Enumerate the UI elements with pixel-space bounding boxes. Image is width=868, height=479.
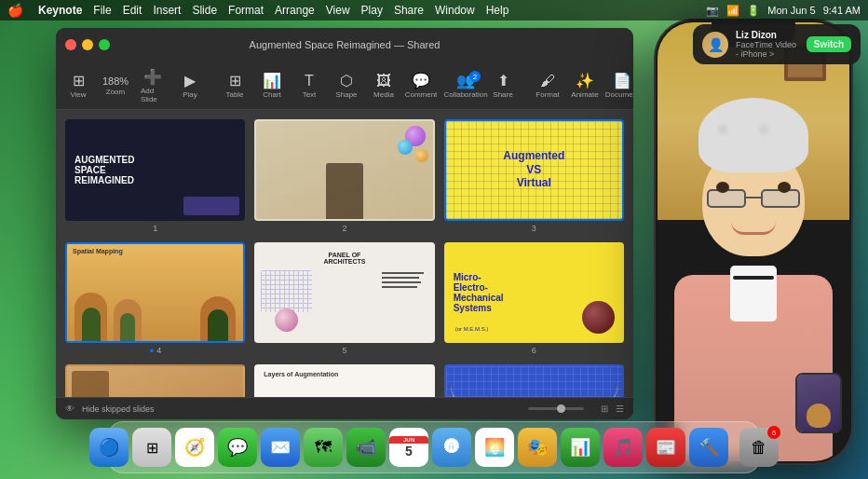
keynote-window: Augmented Space Reimagined — Shared ⊞ Vi… — [56, 28, 633, 419]
slide1-text: AUGMENTEDSPACEREIMAGINED — [75, 155, 233, 185]
menu-format[interactable]: Format — [228, 4, 264, 17]
slide2-person — [326, 163, 363, 219]
person-eyes — [716, 182, 791, 193]
slide-container-5: PANEL OFARCHITECTS 5 — [254, 242, 434, 356]
slide5-grid — [261, 270, 312, 312]
window-statusbar: 👁 Hide skipped slides ⊞ ☰ — [56, 397, 633, 419]
slides-area[interactable]: AUGMENTEDSPACEREIMAGINED 1 2 — [56, 110, 633, 419]
apple-menu[interactable]: 🍎 — [7, 3, 23, 18]
grid-icon[interactable]: ⊞ — [601, 404, 608, 414]
trash-badge: 6 — [767, 426, 780, 439]
xcode-icon[interactable]: 🔨 — [689, 428, 728, 467]
toolbar-format-btn[interactable]: 🖌 Format — [531, 70, 564, 102]
slide-1[interactable]: AUGMENTEDSPACEREIMAGINED — [65, 119, 245, 221]
slide-4[interactable]: Spatial Mapping — [65, 242, 245, 344]
menu-window[interactable]: Window — [435, 4, 475, 17]
facetime-notification: 👤 Liz Dizon FaceTime Video - iPhone > Sw… — [693, 24, 861, 64]
slide4-arch3 — [200, 296, 236, 341]
news-icon[interactable]: 📰 — [646, 428, 685, 467]
hide-skipped-label[interactable]: Hide skipped slides — [82, 404, 155, 414]
list-icon[interactable]: ☰ — [616, 404, 624, 414]
toolbar-comment-btn[interactable]: 💬 Comment — [404, 69, 438, 102]
toolbar-play-btn[interactable]: ▶ Play — [173, 69, 207, 102]
facetime-switch-button[interactable]: Switch — [807, 36, 851, 52]
menu-arrange[interactable]: Arrange — [275, 4, 315, 17]
menu-insert[interactable]: Insert — [153, 4, 181, 17]
close-button[interactable] — [65, 39, 76, 50]
slide6-subtitle: (or M.E.M.S.) — [455, 326, 489, 332]
collaboration-count: 2 — [469, 71, 481, 82]
menu-slide[interactable]: Slide — [192, 4, 217, 17]
toolbar-collaboration-btn[interactable]: 👥 Collaboration 2 — [449, 69, 482, 102]
dock: 🔵 ⊞ 🧭 💬 ✉️ 🗺 📹 JUN 5 🅐 🌅 🎭 📊 🎵 📰 🔨 🗑 6 — [108, 421, 760, 473]
trash-icon[interactable]: 🗑 6 — [739, 428, 779, 467]
window-title: Augmented Space Reimagined — Shared — [250, 39, 441, 50]
menu-help[interactable]: Help — [486, 4, 509, 17]
maps-icon[interactable]: 🗺 — [304, 428, 343, 467]
mail-icon[interactable]: ✉️ — [261, 428, 300, 467]
menubar-right: 📷 📶 🔋 Mon Jun 5 9:41 AM — [706, 5, 861, 17]
toolbar-view-btn[interactable]: ⊞ View — [61, 69, 95, 102]
menubar-left: 🍎 Keynote File Edit Insert Slide Format … — [7, 3, 509, 18]
eye-left — [716, 182, 729, 193]
slide-4-num: ● 4 — [65, 346, 245, 355]
facetime-caller-name: Liz Dizon — [736, 30, 799, 40]
menu-play[interactable]: Play — [361, 4, 383, 17]
statusbar-eye-icon: 👁 — [65, 404, 75, 414]
toolbar-zoom-btn[interactable]: 188% Zoom — [99, 73, 132, 99]
slide-6[interactable]: Micro-Electro-MechanicalSystems (or M.E.… — [444, 242, 624, 344]
launchpad-icon[interactable]: ⊞ — [132, 428, 171, 467]
slides-grid: AUGMENTEDSPACEREIMAGINED 1 2 — [65, 119, 624, 419]
calendar-icon[interactable]: JUN 5 — [389, 428, 428, 467]
slide5-sphere — [275, 308, 298, 332]
toolbar-share-btn[interactable]: ⬆ Share — [486, 69, 520, 102]
calendar-day: 5 — [405, 444, 413, 458]
self-view-pip[interactable] — [795, 373, 842, 433]
toolbar-animate-btn[interactable]: ✨ Animate — [568, 69, 602, 102]
finder-icon[interactable]: 🔵 — [89, 428, 129, 467]
slide-2[interactable] — [254, 119, 434, 221]
toolbar-document-btn[interactable]: 📄 Document — [605, 69, 633, 102]
numbers-icon[interactable]: 📊 — [561, 428, 600, 467]
slide7-shape — [72, 371, 109, 399]
slide-5[interactable]: PANEL OFARCHITECTS — [254, 242, 434, 344]
facetime-avatar: 👤 — [702, 32, 728, 58]
eye-right — [778, 182, 791, 193]
menu-edit[interactable]: Edit — [123, 4, 142, 17]
minimize-button[interactable] — [82, 39, 93, 50]
glass-bridge — [746, 197, 761, 198]
toolbar-add-slide-btn[interactable]: ➕ Add Slide — [136, 65, 170, 106]
self-mini-head — [807, 404, 831, 428]
fullscreen-button[interactable] — [99, 39, 110, 50]
iphone-device — [656, 21, 851, 463]
messages-icon[interactable]: 💬 — [218, 428, 257, 467]
facetime-icon[interactable]: 📹 — [346, 428, 386, 467]
safari-icon[interactable]: 🧭 — [175, 428, 214, 467]
slide3-text: AugmentedVSVirtual — [454, 150, 613, 190]
zoom-slider[interactable] — [528, 407, 584, 410]
music-icon[interactable]: 🎵 — [604, 428, 643, 467]
slide-3[interactable]: AugmentedVSVirtual — [444, 119, 624, 221]
menubar-wifi-icon: 📶 — [726, 5, 739, 17]
slide4-title: Spatial Mapping — [73, 248, 123, 254]
window-titlebar: Augmented Space Reimagined — Shared — [56, 28, 633, 62]
traffic-lights — [65, 39, 110, 50]
toolbar-shape-btn[interactable]: ⬡ Shape — [330, 69, 363, 102]
slide-6-num: 6 — [444, 346, 624, 355]
menu-file[interactable]: File — [93, 4, 111, 17]
toolbar-table-btn[interactable]: ⊞ Table — [218, 69, 251, 102]
menu-view[interactable]: View — [326, 4, 350, 17]
toolbar-chart-btn[interactable]: 📊 Chart — [255, 69, 289, 102]
self-view-content — [797, 375, 840, 431]
facetime-info: Liz Dizon FaceTime Video - iPhone > — [736, 30, 799, 59]
appstore-icon[interactable]: 🅐 — [432, 428, 471, 467]
app-name[interactable]: Keynote — [38, 4, 82, 17]
calendar-month: JUN — [389, 436, 428, 444]
menu-share[interactable]: Share — [394, 4, 424, 17]
keynote-icon[interactable]: 🎭 — [518, 428, 557, 467]
slide5-text-lines — [382, 272, 428, 291]
toolbar-media-btn[interactable]: 🖼 Media — [367, 70, 400, 102]
photos-icon[interactable]: 🌅 — [475, 428, 514, 467]
slide-2-num: 2 — [254, 224, 434, 233]
toolbar-text-btn[interactable]: T Text — [292, 70, 326, 102]
